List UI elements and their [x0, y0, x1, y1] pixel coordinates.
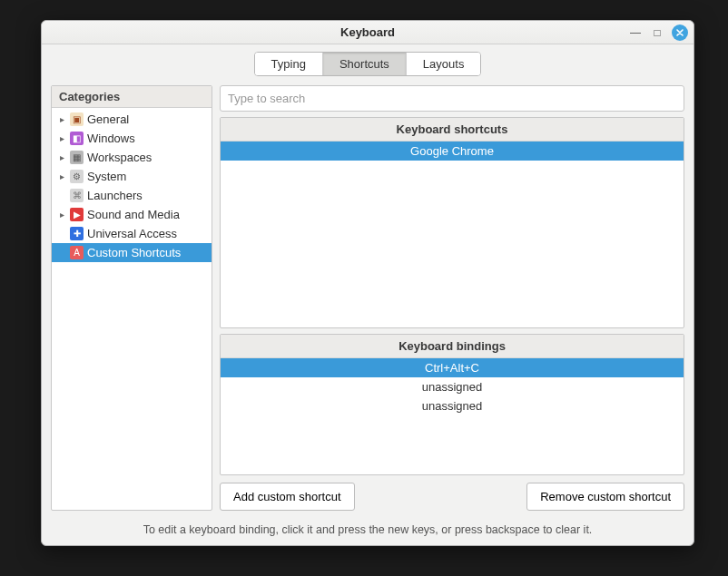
search-box — [220, 85, 684, 112]
category-icon: ⌘ — [70, 189, 84, 202]
keyboard-shortcuts-header: Keyboard shortcuts — [221, 118, 684, 142]
search-input[interactable] — [221, 86, 684, 111]
tab-typing[interactable]: Typing — [255, 53, 323, 75]
category-label: Custom Shortcuts — [87, 245, 181, 260]
minimize-button[interactable]: — — [628, 25, 643, 40]
binding-row[interactable]: Ctrl+Alt+C — [221, 358, 684, 377]
category-windows[interactable]: ▸◧Windows — [52, 129, 212, 148]
category-universal-access[interactable]: ▸✚Universal Access — [52, 224, 212, 243]
expand-icon[interactable]: ▸ — [57, 207, 66, 222]
category-icon: ▶ — [70, 208, 84, 221]
tab-segmented-control: TypingShortcutsLayouts — [254, 52, 482, 76]
remove-custom-shortcut-button[interactable]: Remove custom shortcut — [526, 483, 684, 511]
category-sound-and-media[interactable]: ▸▶Sound and Media — [52, 205, 212, 224]
keyboard-shortcuts-panel: Keyboard shortcuts Google Chrome — [220, 117, 684, 328]
expand-icon[interactable]: ▸ — [57, 112, 66, 127]
keyboard-bindings-list[interactable]: Ctrl+Alt+Cunassignedunassigned — [221, 358, 684, 474]
category-general[interactable]: ▸▣General — [52, 110, 212, 129]
category-label: General — [87, 112, 129, 127]
category-icon: A — [70, 246, 84, 259]
category-label: Universal Access — [87, 226, 177, 241]
maximize-button[interactable]: □ — [650, 25, 664, 40]
category-system[interactable]: ▸⚙System — [52, 167, 212, 186]
category-icon: ⚙ — [70, 170, 84, 183]
category-icon: ▣ — [70, 112, 84, 126]
tab-bar: TypingShortcutsLayouts — [42, 44, 694, 85]
category-label: Windows — [87, 131, 135, 146]
category-label: System — [87, 169, 126, 184]
binding-row[interactable]: unassigned — [221, 377, 684, 396]
categories-sidebar: Categories ▸▣General▸◧Windows▸▦Workspace… — [51, 85, 212, 511]
category-icon: ◧ — [70, 132, 84, 145]
category-label: Sound and Media — [87, 207, 180, 222]
tab-layouts[interactable]: Layouts — [407, 53, 481, 75]
expand-icon[interactable]: ▸ — [57, 131, 66, 146]
window-controls: — □ — [628, 24, 688, 41]
category-label: Workspaces — [87, 150, 152, 165]
category-icon: ✚ — [70, 227, 84, 240]
categories-header: Categories — [52, 86, 212, 108]
keyboard-settings-window: Keyboard — □ TypingShortcutsLayouts Cate… — [41, 20, 694, 546]
shortcut-row[interactable]: Google Chrome — [221, 142, 684, 161]
category-workspaces[interactable]: ▸▦Workspaces — [52, 148, 212, 167]
categories-tree[interactable]: ▸▣General▸◧Windows▸▦Workspaces▸⚙System▸⌘… — [52, 108, 212, 510]
category-custom-shortcuts[interactable]: ▸ACustom Shortcuts — [52, 243, 212, 262]
keyboard-bindings-header: Keyboard bindings — [221, 335, 684, 358]
category-icon: ▦ — [70, 151, 84, 164]
button-row: Add custom shortcut Remove custom shortc… — [220, 481, 684, 511]
keyboard-shortcuts-list[interactable]: Google Chrome — [221, 142, 684, 327]
footer-hint: To edit a keyboard binding, click it and… — [42, 518, 694, 545]
window-title: Keyboard — [340, 25, 395, 39]
category-launchers[interactable]: ▸⌘Launchers — [52, 186, 212, 205]
tab-shortcuts[interactable]: Shortcuts — [323, 53, 407, 75]
keyboard-bindings-panel: Keyboard bindings Ctrl+Alt+Cunassignedun… — [220, 334, 684, 475]
expand-icon[interactable]: ▸ — [57, 169, 66, 184]
main-content: Keyboard shortcuts Google Chrome Keyboar… — [220, 85, 684, 511]
close-button[interactable] — [672, 24, 688, 41]
expand-icon[interactable]: ▸ — [57, 150, 66, 165]
add-custom-shortcut-button[interactable]: Add custom shortcut — [220, 483, 355, 511]
titlebar: Keyboard — □ — [42, 21, 694, 44]
category-label: Launchers — [87, 188, 143, 203]
binding-row[interactable]: unassigned — [221, 396, 684, 415]
